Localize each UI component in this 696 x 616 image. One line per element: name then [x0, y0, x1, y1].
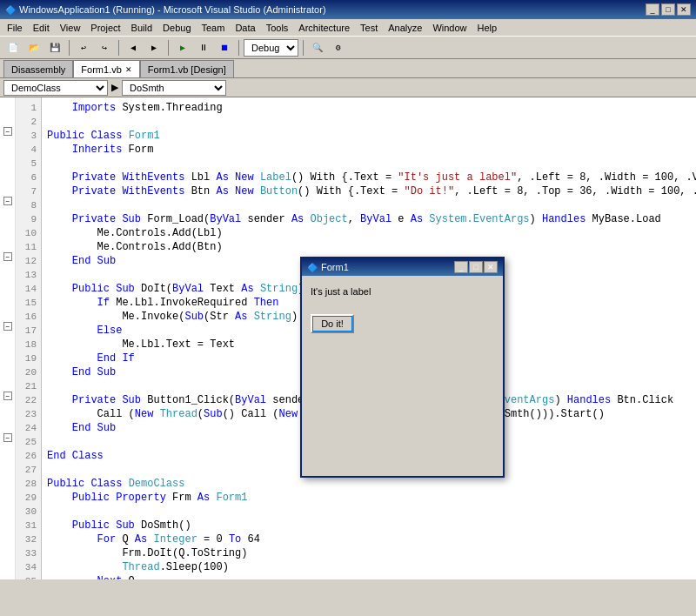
menu-analyze[interactable]: Analyze — [383, 21, 427, 35]
title-controls: _ □ ✕ — [646, 3, 691, 16]
form-doit-button-inner: Do it! — [312, 316, 352, 331]
breadcrumb-arrow: ▶ — [111, 82, 118, 93]
floating-title-text: Form1 — [321, 262, 349, 272]
toolbar-misc1[interactable]: 🔍 — [308, 38, 327, 57]
collapse-btn-click[interactable]: − — [3, 322, 12, 331]
collapse-doit[interactable]: − — [3, 252, 12, 261]
menu-build[interactable]: Build — [126, 21, 157, 35]
menu-file[interactable]: File — [2, 21, 28, 35]
form-doit-button[interactable]: Do it! — [311, 314, 354, 333]
floating-body: It's just a label Do it! — [302, 276, 503, 476]
toolbar-new[interactable]: 📄 — [3, 38, 23, 57]
floating-form-window: 🔷 Form1 _ □ ✕ It's just a label Do it! — [300, 257, 505, 478]
collapse-margin: − − − − − − — [0, 97, 16, 579]
toolbar-sep2 — [118, 40, 119, 56]
app-icon: 🔷 — [5, 5, 16, 15]
close-button[interactable]: ✕ — [677, 3, 691, 16]
floating-maximize[interactable]: □ — [469, 261, 483, 273]
toolbar-redo[interactable]: ↪ — [95, 38, 114, 57]
floating-controls: _ □ ✕ — [454, 261, 498, 273]
menu-window[interactable]: Window — [427, 21, 472, 35]
toolbar-sep3 — [168, 40, 169, 56]
menu-data[interactable]: Data — [230, 21, 260, 35]
floating-title-bar[interactable]: 🔷 Form1 _ □ ✕ — [302, 258, 503, 276]
floating-minimize[interactable]: _ — [454, 261, 468, 273]
tab-close-form1vb[interactable]: ✕ — [125, 65, 132, 74]
tab-bar: Disassembly Form1.vb ✕ Form1.vb [Design] — [0, 59, 696, 78]
tab-form1design[interactable]: Form1.vb [Design] — [140, 60, 234, 77]
toolbar-sep1 — [69, 40, 70, 56]
collapse-dosmth[interactable]: − — [3, 433, 12, 442]
toolbar-start[interactable]: ▶ — [173, 38, 192, 57]
title-text: WindowsApplication1 (Running) - Microsof… — [19, 4, 326, 15]
menu-edit[interactable]: Edit — [28, 21, 55, 35]
toolbar-sep4 — [238, 40, 239, 56]
menu-team[interactable]: Team — [197, 21, 231, 35]
floating-app-icon: 🔷 — [307, 263, 318, 272]
title-bar: 🔷 WindowsApplication1 (Running) - Micros… — [0, 0, 696, 19]
tab-disassembly[interactable]: Disassembly — [3, 60, 73, 77]
toolbar-save[interactable]: 💾 — [45, 38, 64, 57]
minimize-button[interactable]: _ — [646, 3, 659, 16]
toolbar: 📄 📂 💾 ↩ ↪ ◀ ▶ ▶ ⏸ ⏹ Debug 🔍 ⚙ — [0, 37, 696, 59]
form-label-widget: It's just a label — [311, 286, 371, 297]
toolbar-stop[interactable]: ⏹ — [215, 38, 234, 57]
line-numbers: 1 2 3 4 5 6 7 8 9 10 11 12 13 14 15 16 1… — [16, 97, 42, 579]
toolbar-forward[interactable]: ▶ — [144, 38, 164, 57]
menu-architecture[interactable]: Architecture — [293, 21, 355, 35]
menu-debug[interactable]: Debug — [157, 21, 196, 35]
editor-container: DemoClass ▶ DoSmth − − − − − − 1 2 3 4 5… — [0, 78, 696, 579]
menu-help[interactable]: Help — [472, 21, 503, 35]
method-dropdown[interactable]: DoSmth — [122, 80, 226, 96]
breadcrumb-bar: DemoClass ▶ DoSmth — [0, 78, 696, 97]
collapse-democlass[interactable]: − — [3, 392, 12, 400]
tab-form1vb[interactable]: Form1.vb ✕ — [73, 60, 139, 77]
class-dropdown[interactable]: DemoClass — [3, 80, 108, 96]
debug-mode-dropdown[interactable]: Debug — [244, 39, 298, 57]
menu-project[interactable]: Project — [85, 21, 125, 35]
menu-tools[interactable]: Tools — [261, 21, 294, 35]
toolbar-undo[interactable]: ↩ — [74, 38, 93, 57]
maximize-button[interactable]: □ — [661, 3, 675, 16]
menu-bar: File Edit View Project Build Debug Team … — [0, 19, 696, 37]
collapse-form1[interactable]: − — [3, 127, 12, 136]
toolbar-sep5 — [303, 40, 304, 56]
toolbar-misc2[interactable]: ⚙ — [329, 38, 348, 57]
collapse-form-load[interactable]: − — [3, 197, 12, 205]
toolbar-back[interactable]: ◀ — [124, 38, 143, 57]
menu-view[interactable]: View — [55, 21, 86, 35]
menu-test[interactable]: Test — [355, 21, 383, 35]
toolbar-open[interactable]: 📂 — [24, 38, 44, 57]
floating-close[interactable]: ✕ — [484, 261, 498, 273]
toolbar-pause[interactable]: ⏸ — [194, 38, 213, 57]
